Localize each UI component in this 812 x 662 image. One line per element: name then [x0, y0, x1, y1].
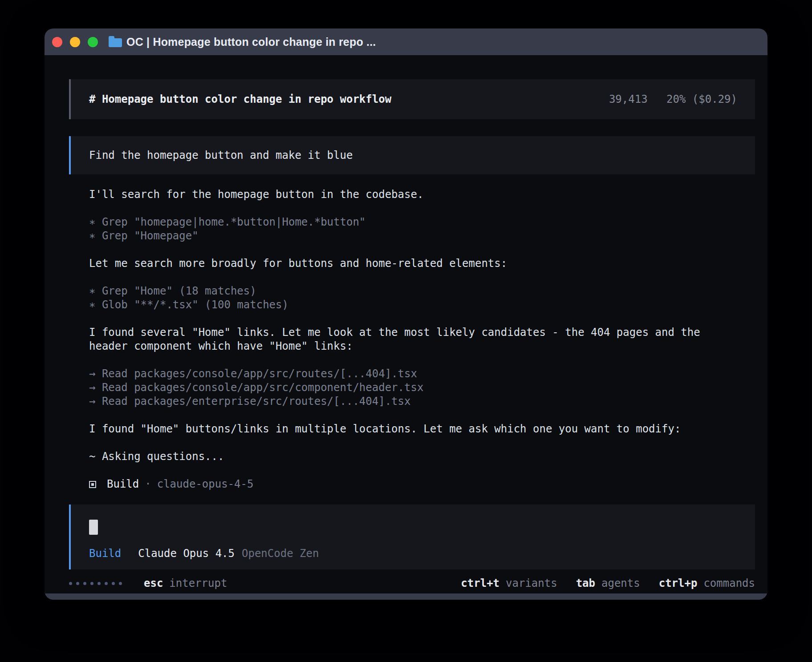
tool-call-grep-1: ∗ Grep "homepage|home.*button|Home.*butt… [89, 215, 755, 229]
tab-key: tab [576, 577, 595, 589]
input-status-line: Build Claude Opus 4.5 OpenCode Zen [89, 547, 737, 561]
terminal-content: # Homepage button color change in repo w… [45, 55, 767, 593]
agent-mode-label[interactable]: Build [89, 547, 121, 561]
commands-label: commands [703, 577, 755, 589]
assistant-text-broad-search: Let me search more broadly for buttons a… [89, 257, 739, 270]
user-message: Find the homepage button and make it blu… [69, 136, 755, 174]
token-count: 39,413 [609, 93, 648, 105]
titlebar[interactable]: OC | Homepage button color change in rep… [45, 28, 767, 55]
status-bar-left: escinterrupt [69, 577, 227, 590]
assistant-text-candidates: I found several "Home" links. Let me loo… [89, 326, 739, 353]
variants-label: variants [506, 577, 557, 589]
tool-call-glob-tsx: ∗ Glob "**/*.tsx" (100 matches) [89, 298, 755, 312]
user-message-text: Find the homepage button and make it blu… [89, 149, 353, 162]
session-header: # Homepage button color change in repo w… [69, 79, 755, 119]
window-controls [52, 37, 98, 47]
prompt-input[interactable]: Build Claude Opus 4.5 OpenCode Zen [69, 505, 755, 569]
tool-call-read-1: → Read packages/console/app/src/routes/[… [89, 367, 755, 381]
esc-key: esc [144, 577, 163, 589]
context-usage: 20% ($0.29) [666, 93, 737, 105]
close-button[interactable] [52, 37, 62, 47]
tool-call-read-2: → Read packages/console/app/src/componen… [89, 381, 755, 395]
text-cursor [89, 520, 98, 535]
agent-name: Build [107, 477, 139, 491]
ctrl-t-key: ctrl+t [461, 577, 499, 589]
agents-label: agents [601, 577, 640, 589]
commands-hint: ctrl+pcommands [659, 577, 755, 590]
tool-call-grep-2: ∗ Grep "Homepage" [89, 229, 755, 243]
tool-call-grep-home: ∗ Grep "Home" (18 matches) [89, 284, 755, 298]
tool-call-group-grep: ∗ Grep "homepage|home.*button|Home.*butt… [89, 215, 755, 243]
model-name[interactable]: Claude Opus 4.5 [138, 547, 235, 561]
agent-model: claude-opus-4-5 [157, 477, 254, 491]
agents-hint: tabagents [576, 577, 640, 590]
variants-hint: ctrl+tvariants [461, 577, 557, 590]
build-agent-icon [89, 481, 96, 488]
provider-name: OpenCode Zen [242, 547, 319, 561]
asking-questions-status: ~ Asking questions... [89, 450, 739, 464]
ctrl-p-key: ctrl+p [659, 577, 698, 589]
folder-icon [109, 38, 122, 47]
assistant-text-intro: I'll search for the homepage button in t… [89, 188, 739, 202]
agent-status-separator: · [145, 477, 151, 491]
status-bar: escinterrupt ctrl+tvariants tabagents ct… [69, 577, 755, 590]
tool-call-group-read: → Read packages/console/app/src/routes/[… [89, 367, 755, 408]
interrupt-hint: escinterrupt [144, 577, 227, 590]
spinner-dots-icon [69, 582, 126, 585]
assistant-text-ask: I found "Home" buttons/links in multiple… [89, 422, 739, 436]
status-bar-right: ctrl+tvariants tabagents ctrl+pcommands [461, 577, 755, 590]
minimize-button[interactable] [70, 37, 80, 47]
session-title: # Homepage button color change in repo w… [89, 93, 391, 106]
terminal-window: OC | Homepage button color change in rep… [45, 28, 767, 600]
tool-call-group-broad: ∗ Grep "Home" (18 matches) ∗ Glob "**/*.… [89, 284, 755, 312]
window-title: OC | Homepage button color change in rep… [126, 36, 376, 48]
zoom-button[interactable] [88, 37, 98, 47]
tool-call-read-3: → Read packages/enterprise/src/routes/[.… [89, 395, 755, 408]
agent-status: Build · claude-opus-4-5 [89, 477, 755, 491]
session-stats: 39,413 20% ($0.29) [609, 93, 737, 106]
interrupt-label: interrupt [169, 577, 227, 589]
